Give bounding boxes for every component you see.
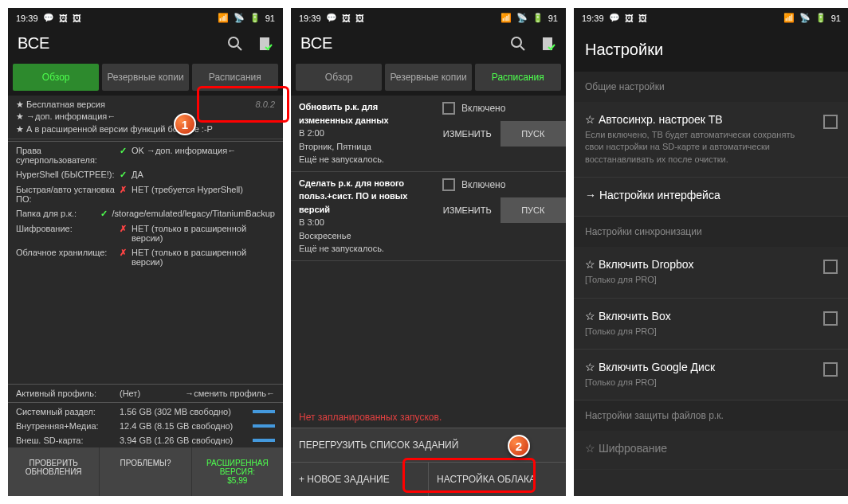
problems-button[interactable]: ПРОБЛЕМЫ?	[100, 447, 191, 496]
phone-screen-1: 19:39 💬 🖼 🖼 📶 📡 🔋 91 ВСЕ Обзор Резервные…	[8, 8, 283, 496]
info-row: Облачное хранилище:✗НЕТ (только в расшир…	[8, 245, 283, 269]
phone-screen-3: 19:39💬🖼🖼 📶📡🔋91 Настройки Общие настройки…	[574, 8, 848, 496]
header-title: ВСЕ	[18, 34, 49, 53]
schedule-item: Сделать р.к. для нового польз.+сист. ПО …	[291, 172, 566, 261]
badge-2: 2	[508, 435, 530, 457]
info-row: HyperShell (БЫСТРЕЕ!):✓ДА	[8, 167, 283, 182]
info-row: Папка для р.к.:✓/storage/emulated/legacy…	[8, 206, 283, 221]
info-row: Быстрая/авто установка ПО:✗НЕТ (требуетс…	[8, 182, 283, 206]
search-icon[interactable]	[510, 36, 526, 52]
setting-interface[interactable]: → Настройки интерфейса	[574, 178, 848, 217]
chat-icon: 💬	[43, 13, 54, 23]
run-button[interactable]: ПУСК	[501, 121, 567, 147]
tabs: Обзор Резервные копии Расписания	[8, 59, 283, 96]
storage-row: Внеш. SD-карта:3.94 GB (1.26 GB свободно…	[8, 433, 283, 447]
badge-1: 1	[174, 113, 196, 135]
app-header: ВСЕ	[8, 28, 283, 59]
edit-button[interactable]: ИЗМЕНИТЬ	[434, 121, 501, 147]
status-time: 19:39	[16, 14, 38, 23]
info-row: Шифрование:✗НЕТ (только в расширенной ве…	[8, 221, 283, 245]
run-button[interactable]: ПУСК	[501, 197, 567, 223]
svg-line-4	[520, 46, 524, 50]
storage-row: Внутренняя+Медиа:12.4 GB (8.15 GB свобод…	[8, 419, 283, 433]
app-header: ВСЕ	[291, 28, 566, 59]
enabled-checkbox[interactable]: Включено	[434, 172, 566, 197]
checkbox[interactable]	[823, 362, 838, 377]
search-icon[interactable]	[227, 36, 243, 52]
schedule-item: Обновить р.к. для измененных данныхВ 2:0…	[291, 96, 566, 172]
section-protect: Настройки защиты файлов р.к.	[574, 400, 848, 431]
setting-sync-item[interactable]: ☆ Включить Google Диск[Только для PRO]	[574, 350, 848, 400]
tab-schedules[interactable]: Расписания	[192, 64, 278, 91]
document-check-icon[interactable]	[257, 36, 273, 52]
check-updates-button[interactable]: ПРОВЕРИТЬ ОБНОВЛЕНИЯ	[8, 447, 100, 496]
info-row: Права суперпользователя:✓OK →доп. информ…	[8, 143, 283, 167]
cloud-settings-button[interactable]: НАСТРОЙКА ОБЛАКА	[429, 462, 566, 496]
profile-row: Активный профиль: (Нет) →сменить профиль…	[8, 386, 283, 400]
tab-schedules[interactable]: Расписания	[475, 64, 561, 91]
status-bar: 19:39 💬 🖼 🖼 📶 📡 🔋 91	[8, 8, 283, 28]
svg-point-3	[512, 37, 521, 47]
section-general: Общие настройки	[574, 72, 848, 102]
status-bar: 19:39💬🖼🖼 📶📡🔋91	[291, 8, 566, 28]
image-icon-2: 🖼	[73, 14, 81, 23]
enabled-checkbox[interactable]: Включено	[434, 96, 566, 121]
svg-line-1	[238, 46, 241, 50]
signal-icon: 📡	[234, 13, 245, 23]
setting-encryption[interactable]: ☆ Шифрование	[574, 431, 848, 470]
svg-point-0	[229, 37, 238, 47]
wifi-icon: 📶	[218, 13, 229, 23]
checkbox[interactable]	[823, 115, 838, 129]
no-runs-text: Нет запланированных запусков.	[291, 407, 566, 428]
battery-icon: 🔋	[249, 13, 261, 23]
setting-sync-item[interactable]: ☆ Включить Dropbox[Только для PRO]	[574, 247, 848, 298]
storage-row: Системный раздел:1.56 GB (302 MB свободн…	[8, 404, 283, 419]
image-icon: 🖼	[59, 14, 68, 23]
pro-version-button[interactable]: РАСШИРЕННАЯ ВЕРСИЯ:$5,99	[192, 447, 283, 496]
tab-overview[interactable]: Обзор	[296, 64, 382, 91]
checkbox[interactable]	[823, 260, 838, 274]
settings-title: Настройки	[574, 28, 848, 72]
new-task-button[interactable]: + НОВОЕ ЗАДАНИЕ	[291, 462, 429, 496]
edit-button[interactable]: ИЗМЕНИТЬ	[434, 197, 501, 223]
section-sync: Настройки синхронизации	[574, 217, 848, 247]
setting-autosync[interactable]: ☆ Автосинхр. настроек ТВ Если включено, …	[574, 102, 848, 178]
checkbox[interactable]	[823, 311, 838, 326]
bottom-buttons: ПРОВЕРИТЬ ОБНОВЛЕНИЯ ПРОБЛЕМЫ? РАСШИРЕНН…	[8, 447, 283, 496]
document-check-icon[interactable]	[540, 36, 556, 52]
phone-screen-2: 19:39💬🖼🖼 📶📡🔋91 ВСЕ Обзор Резервные копии…	[291, 8, 566, 496]
tab-backups[interactable]: Резервные копии	[102, 64, 188, 91]
tab-backups[interactable]: Резервные копии	[385, 64, 471, 91]
version-info: ★ Бесплатная версия8.0.2 ★ →доп. информа…	[8, 96, 283, 139]
setting-sync-item[interactable]: ☆ Включить Box[Только для PRO]	[574, 299, 848, 350]
status-bar: 19:39💬🖼🖼 📶📡🔋91	[574, 8, 848, 28]
change-profile-link[interactable]: →сменить профиль←	[185, 389, 275, 398]
tab-overview[interactable]: Обзор	[13, 64, 99, 91]
battery-level: 91	[265, 14, 275, 23]
